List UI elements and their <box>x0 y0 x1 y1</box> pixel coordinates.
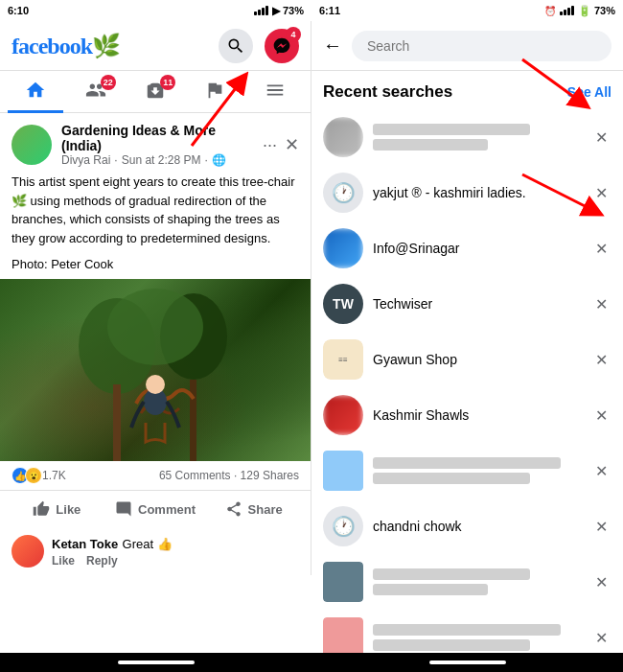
remove-btn-5[interactable]: ✕ <box>591 347 611 373</box>
search-item-2[interactable]: 🕐 yakjut ® - kashmiri ladies. ✕ <box>312 165 623 220</box>
post-page-name[interactable]: Gardening Ideas & More (India) <box>61 123 253 153</box>
search-item-1[interactable]: ✕ <box>312 109 623 165</box>
search-item-10[interactable]: ✕ <box>312 610 623 653</box>
search-name-techwiser: Techwiser <box>373 296 582 312</box>
search-name-info: Info@Srinagar <box>373 241 582 256</box>
share-icon <box>225 500 242 518</box>
search-name-chandni: chandni chowk <box>373 519 582 534</box>
search-item-4[interactable]: TW Techwiser ✕ <box>312 276 623 332</box>
search-thumb-9 <box>323 562 363 602</box>
post-avatar <box>12 125 52 165</box>
search-item-5[interactable]: ≡≡ Gyawun Shop ✕ <box>312 332 623 387</box>
search-name-yakjut: yakjut ® - kashmiri ladies. <box>373 185 582 200</box>
svg-point-6 <box>146 375 165 394</box>
wow-reaction: 😮 <box>25 467 42 484</box>
comment-button[interactable]: Comment <box>106 493 205 525</box>
right-header: ← <box>312 21 623 71</box>
right-battery: 🔋 73% <box>578 5 615 17</box>
svg-point-2 <box>107 289 203 365</box>
post-image <box>0 279 311 461</box>
comment-body: Ketan Toke Great 👍 Like Reply <box>52 535 299 568</box>
like-button[interactable]: Like <box>8 493 106 525</box>
post-actions-right: ··· ✕ <box>263 134 299 155</box>
nav-friends[interactable]: 22 <box>67 71 123 113</box>
search-name-kashmir: Kashmir Shawls <box>373 407 582 423</box>
search-thumb-10 <box>323 617 363 653</box>
share-button[interactable]: Share <box>204 493 303 525</box>
search-name-7 <box>373 457 582 484</box>
search-button[interactable] <box>219 29 253 63</box>
comment-text: Great 👍 <box>123 537 173 551</box>
signal-icon <box>254 6 268 15</box>
comment-like[interactable]: Like <box>52 554 75 568</box>
back-button[interactable]: ← <box>323 35 342 57</box>
search-input[interactable] <box>352 31 611 61</box>
close-post-button[interactable]: ✕ <box>285 134 299 155</box>
facebook-logo: facebook🌿 <box>12 33 120 59</box>
comment-icon <box>115 500 132 518</box>
left-time: 6:10 <box>8 5 29 16</box>
left-header: facebook🌿 4 <box>0 21 311 71</box>
post-header: Gardening Ideas & More (India) Divya Rai… <box>0 113 311 173</box>
comment-actions: Like Reply <box>52 554 299 568</box>
globe-icon: 🌐 <box>212 153 226 167</box>
comment-section: Ketan Toke Great 👍 Like Reply <box>0 527 311 575</box>
remove-btn-6[interactable]: ✕ <box>591 403 611 429</box>
nav-flag[interactable] <box>187 71 242 113</box>
clock-icon-8: 🕐 <box>332 515 356 538</box>
left-battery: ▶ 73% <box>272 5 304 17</box>
remove-btn-9[interactable]: ✕ <box>591 569 611 595</box>
search-item-7[interactable]: ✕ <box>312 443 623 498</box>
friends-badge: 22 <box>101 75 116 90</box>
search-icon <box>226 36 245 56</box>
home-indicator-left <box>118 660 195 664</box>
marketplace-badge: 11 <box>160 75 175 90</box>
more-button[interactable]: ··· <box>263 135 277 155</box>
search-item-6[interactable]: Kashmir Shawls ✕ <box>312 387 623 443</box>
nav-menu[interactable] <box>247 71 303 113</box>
recent-searches-header: Recent searches See All <box>312 71 623 109</box>
search-item-9[interactable]: ✕ <box>312 554 623 610</box>
menu-icon <box>265 80 286 101</box>
post-stats: 👍 😮 1.7K 65 Comments · 129 Shares <box>0 461 311 491</box>
search-thumb-7 <box>323 451 363 491</box>
right-time: 6:11 <box>319 5 340 16</box>
right-signal-icon <box>560 6 574 15</box>
recent-title: Recent searches <box>323 82 452 102</box>
remove-btn-8[interactable]: ✕ <box>591 514 611 540</box>
remove-btn-4[interactable]: ✕ <box>591 291 611 317</box>
post-info: Gardening Ideas & More (India) Divya Rai… <box>61 123 253 167</box>
search-thumb-5: ≡≡ <box>323 339 363 380</box>
clock-thumb-8: 🕐 <box>323 506 363 546</box>
right-status-bar: 6:11 ⏰ 🔋 73% <box>312 0 623 21</box>
home-icon <box>25 80 46 101</box>
remove-btn-7[interactable]: ✕ <box>591 458 611 484</box>
reactions-count: 1.7K <box>42 469 66 482</box>
nav-home[interactable] <box>8 71 63 113</box>
remove-btn-3[interactable]: ✕ <box>591 236 611 262</box>
messenger-button[interactable]: 4 <box>265 29 299 63</box>
remove-btn-10[interactable]: ✕ <box>591 625 611 651</box>
left-bottom-bar <box>0 653 312 672</box>
right-bottom-bar <box>312 653 623 672</box>
flag-icon <box>204 80 225 101</box>
home-indicator-right <box>429 660 506 664</box>
search-name-10 <box>373 624 582 651</box>
see-all-button[interactable]: See All <box>567 84 611 100</box>
alarm-icon: ⏰ <box>544 6 556 16</box>
techwiser-avatar: TW <box>323 284 363 324</box>
clock-icon-2: 🕐 <box>332 181 356 204</box>
search-name-1 <box>373 124 582 151</box>
post-text: This artist spent eight years to create … <box>0 173 311 257</box>
remove-btn-2[interactable]: ✕ <box>591 180 611 206</box>
shares-count: 129 Shares <box>241 469 299 482</box>
search-item-8[interactable]: 🕐 chandni chowk ✕ <box>312 498 623 554</box>
search-thumb-1 <box>323 117 363 157</box>
clock-thumb-2: 🕐 <box>323 173 363 213</box>
remove-btn-1[interactable]: ✕ <box>591 125 611 151</box>
like-icon <box>33 500 50 518</box>
comments-count: 65 Comments <box>159 469 231 482</box>
search-item-3[interactable]: Info@Srinagar ✕ <box>312 220 623 276</box>
nav-marketplace[interactable]: 11 <box>127 71 183 113</box>
comment-reply[interactable]: Reply <box>86 554 118 568</box>
